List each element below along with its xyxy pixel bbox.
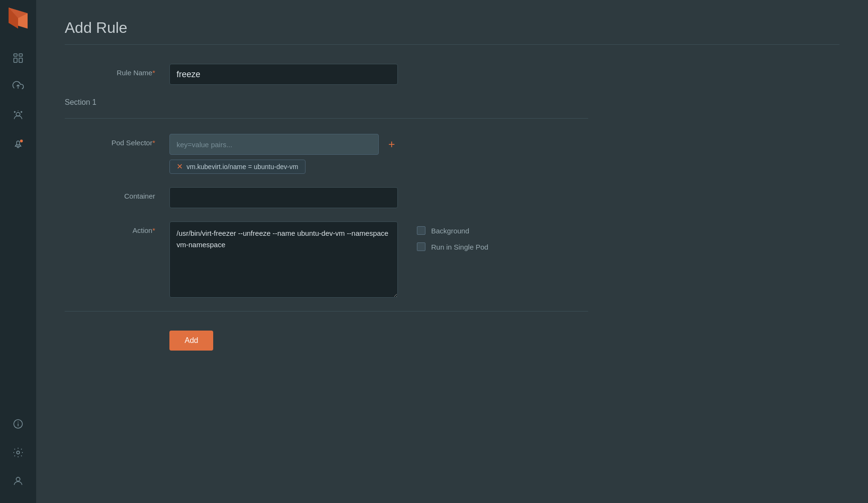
action-with-checkboxes: /usr/bin/virt-freezer --unfreeze --name …: [169, 221, 588, 298]
pod-selector-row: Pod Selector* + ✕ vm.kubevirt.io/name = …: [65, 134, 588, 174]
rule-name-field: [169, 64, 588, 85]
svg-rect-4: [19, 54, 22, 56]
container-input[interactable]: [169, 187, 398, 208]
background-checkbox[interactable]: [417, 226, 425, 235]
svg-rect-6: [19, 58, 22, 62]
sidebar-item-settings[interactable]: [12, 440, 24, 465]
svg-point-12: [18, 422, 19, 423]
form-footer: Add: [65, 331, 588, 351]
section-divider: [65, 118, 588, 119]
checkboxes-group: Background Run in Single Pod: [417, 221, 488, 251]
pod-selector-field: + ✕ vm.kubevirt.io/name = ubuntu-dev-vm: [169, 134, 588, 174]
background-label: Background: [431, 227, 469, 235]
run-single-pod-label: Run in Single Pod: [431, 243, 488, 251]
run-single-pod-checkbox[interactable]: [417, 242, 425, 251]
container-field: [169, 187, 588, 208]
required-star: *: [152, 69, 155, 77]
tag-remove-button[interactable]: ✕: [177, 163, 183, 171]
svg-point-13: [17, 451, 20, 454]
container-row: Container: [65, 187, 588, 208]
svg-point-9: [14, 111, 15, 112]
sidebar-nav: [0, 46, 36, 412]
container-label: Container: [65, 187, 169, 200]
svg-point-10: [20, 140, 23, 142]
required-star-pod: *: [152, 139, 155, 147]
required-star-action: *: [152, 226, 155, 234]
form-container: Rule Name* Section 1 Pod Selector* + ✕: [65, 64, 588, 351]
pod-selector-input[interactable]: [169, 134, 379, 155]
app-logo[interactable]: [0, 0, 36, 36]
pod-selector-add-button[interactable]: +: [384, 136, 400, 152]
pod-tag-value: vm.kubevirt.io/name = ubuntu-dev-vm: [187, 163, 298, 171]
pod-selector-input-row: +: [169, 134, 588, 155]
sidebar-item-user[interactable]: [12, 469, 24, 493]
page-title: Add Rule: [65, 19, 839, 37]
rule-name-row: Rule Name*: [65, 64, 588, 85]
sidebar-item-upload[interactable]: [0, 74, 36, 99]
sidebar-item-monitoring[interactable]: [0, 103, 36, 128]
rule-name-label: Rule Name*: [65, 64, 169, 77]
section-heading: Section 1: [65, 98, 588, 107]
action-row: Action* /usr/bin/virt-freezer --unfreeze…: [65, 221, 588, 298]
svg-point-14: [16, 477, 20, 481]
pod-selector-label: Pod Selector*: [65, 134, 169, 147]
title-divider: [65, 44, 839, 45]
svg-rect-3: [14, 54, 17, 56]
footer-divider: [65, 311, 588, 312]
svg-rect-5: [14, 58, 17, 62]
action-label: Action*: [65, 221, 169, 234]
background-checkbox-item[interactable]: Background: [417, 226, 488, 235]
add-button[interactable]: Add: [169, 331, 213, 351]
sidebar-item-info[interactable]: [12, 412, 24, 436]
sidebar-item-alerts[interactable]: [0, 131, 36, 156]
main-content: Add Rule Rule Name* Section 1 Pod Select…: [36, 0, 868, 503]
action-textarea[interactable]: /usr/bin/virt-freezer --unfreeze --name …: [169, 221, 398, 298]
rule-name-input[interactable]: [169, 64, 398, 85]
sidebar: [0, 0, 36, 503]
run-single-pod-checkbox-item[interactable]: Run in Single Pod: [417, 242, 488, 251]
pod-tags-container: ✕ vm.kubevirt.io/name = ubuntu-dev-vm: [169, 160, 588, 174]
action-field: /usr/bin/virt-freezer --unfreeze --name …: [169, 221, 588, 298]
sidebar-item-dashboard[interactable]: [0, 46, 36, 70]
sidebar-bottom: [12, 412, 24, 503]
svg-point-8: [21, 111, 22, 112]
pod-tag: ✕ vm.kubevirt.io/name = ubuntu-dev-vm: [169, 160, 306, 174]
